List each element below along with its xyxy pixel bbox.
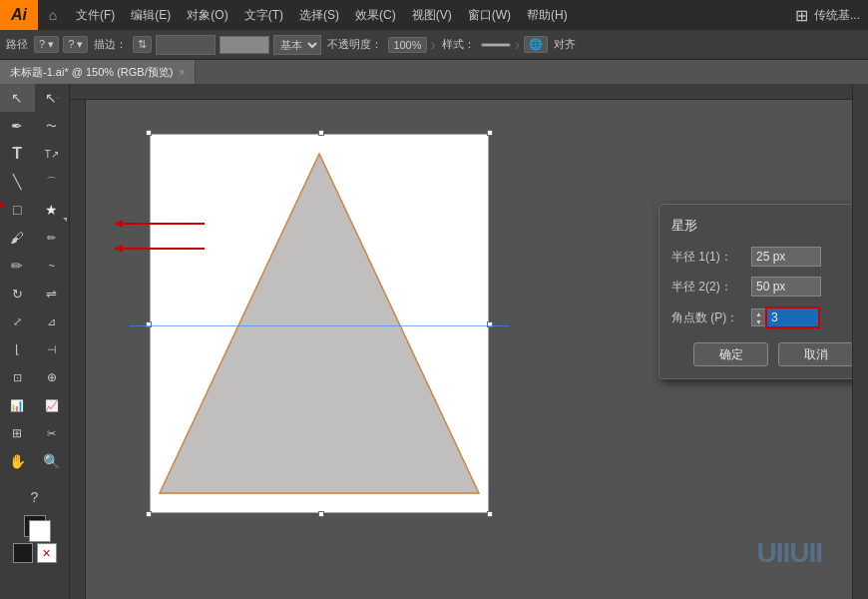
opacity-label: 不透明度：: [325, 37, 384, 52]
tab-close-btn[interactable]: ×: [179, 67, 185, 78]
path-label: 路径: [4, 37, 30, 52]
globe-btn[interactable]: 🌐: [524, 36, 548, 53]
ruler-left: [70, 100, 86, 599]
canvas-area[interactable]: 星形 半径 1(1)： 半径 2(2)： 角点数 (P)： ▲ ▼ 确定 取消: [70, 84, 852, 599]
sel-handle-tr[interactable]: [487, 130, 493, 136]
points-input[interactable]: [765, 306, 820, 328]
fill-box[interactable]: [13, 543, 33, 563]
right-panel: [852, 84, 868, 599]
menu-view[interactable]: 视图(V): [404, 0, 460, 30]
star-tool[interactable]: ★: [35, 196, 70, 224]
tab-bar: 未标题-1.ai* @ 150% (RGB/预览) ×: [0, 60, 868, 84]
line-tool[interactable]: ╲: [0, 168, 35, 196]
radius2-label: 半径 2(2)：: [671, 279, 751, 296]
hand-tool[interactable]: ✋: [0, 447, 35, 475]
sel-handle-bc[interactable]: [318, 511, 324, 517]
menu-file[interactable]: 文件(F): [68, 0, 123, 30]
slice-tool[interactable]: ✂: [35, 419, 70, 447]
left-toolbar: ↖ ↖· ✒ 〜 T T↗ ╲ ⌒ □ ★ 🖌 ✏: [0, 84, 70, 599]
path-btn2[interactable]: ? ▾: [63, 36, 88, 53]
stroke-label: 描边：: [92, 37, 129, 52]
sel-handle-ml[interactable]: [146, 321, 152, 327]
radius2-input[interactable]: [751, 277, 821, 297]
zoom-tool[interactable]: 🔍: [35, 447, 70, 475]
spinner-down[interactable]: ▼: [752, 317, 765, 325]
dialog-buttons: 确定 取消: [671, 342, 852, 366]
sel-handle-mr[interactable]: [487, 321, 493, 327]
no-fill-box[interactable]: ×: [37, 543, 57, 563]
artboard-tool[interactable]: ⊞: [0, 419, 35, 447]
stroke-select[interactable]: [156, 35, 216, 55]
column-graph-tool[interactable]: 📈: [35, 391, 70, 419]
center-guide-line: [130, 325, 509, 326]
width-tool[interactable]: ⊣: [35, 335, 70, 363]
paintbrush-tool[interactable]: 🖌: [0, 224, 35, 252]
sel-handle-br[interactable]: [487, 511, 493, 517]
sel-handle-tl[interactable]: [146, 130, 152, 136]
grid-icon[interactable]: ⊞: [795, 6, 808, 25]
basic-select[interactable]: 基本: [273, 35, 321, 55]
points-spinner[interactable]: ▲ ▼: [751, 308, 765, 326]
ruler-top: [70, 84, 852, 100]
menu-select[interactable]: 选择(S): [291, 0, 347, 30]
document-tab[interactable]: 未标题-1.ai* @ 150% (RGB/预览) ×: [0, 60, 196, 84]
scale-tool[interactable]: ⤢: [0, 307, 35, 335]
pencil-tool[interactable]: ✏: [0, 252, 35, 280]
color-box[interactable]: [219, 36, 269, 54]
radius1-label: 半径 1(1)：: [671, 249, 751, 266]
menu-object[interactable]: 对象(O): [179, 0, 235, 30]
menu-right-area: ⊞ 传统基...: [795, 6, 868, 25]
pen-tool[interactable]: ✒: [0, 112, 35, 140]
shape-builder-tool[interactable]: ⊕: [35, 363, 70, 391]
type-tool[interactable]: T: [0, 140, 35, 168]
touch-type-tool[interactable]: T↗: [35, 140, 70, 168]
points-row: 角点数 (P)： ▲ ▼: [671, 306, 852, 328]
menu-effect[interactable]: 效果(C): [347, 0, 404, 30]
blob-brush-tool[interactable]: ✏: [35, 224, 70, 252]
sel-handle-bl[interactable]: [146, 511, 152, 517]
menu-bar: Ai ⌂ 文件(F) 编辑(E) 对象(O) 文字(T) 选择(S) 效果(C)…: [0, 0, 868, 30]
radius1-row: 半径 1(1)：: [671, 247, 852, 267]
star-dialog: 星形 半径 1(1)： 半径 2(2)： 角点数 (P)： ▲ ▼ 确定 取消: [658, 204, 852, 379]
smooth-tool[interactable]: ~: [35, 252, 70, 280]
home-icon[interactable]: ⌂: [38, 0, 68, 30]
ok-button[interactable]: 确定: [693, 342, 768, 366]
curvature-tool[interactable]: 〜: [35, 112, 70, 140]
style-label: 样式：: [440, 37, 477, 52]
warp-tool[interactable]: ⌊: [0, 335, 35, 363]
title-right: 传统基...: [814, 7, 860, 24]
menu-window[interactable]: 窗口(W): [460, 0, 519, 30]
arc-tool[interactable]: ⌒: [35, 168, 70, 196]
ai-logo: Ai: [0, 0, 38, 30]
star-dialog-title: 星形: [671, 217, 852, 235]
rotate-tool[interactable]: ↻: [0, 280, 35, 307]
menu-edit[interactable]: 编辑(E): [123, 0, 179, 30]
spinner-up[interactable]: ▲: [752, 309, 765, 317]
direct-select-tool[interactable]: ↖·: [35, 84, 70, 112]
graph-tool[interactable]: 📊: [0, 391, 35, 419]
selection-border: [150, 134, 489, 513]
menu-type[interactable]: 文字(T): [236, 0, 291, 30]
style-box[interactable]: [481, 43, 511, 47]
sel-handle-tc[interactable]: [318, 130, 324, 136]
path-btn1[interactable]: ? ▾: [34, 36, 59, 53]
radius1-input[interactable]: [751, 247, 821, 267]
menu-help[interactable]: 帮助(H): [519, 0, 576, 30]
rect-tool[interactable]: □: [0, 196, 35, 224]
stroke-spinners[interactable]: ⇅: [133, 36, 152, 53]
select-tool[interactable]: ↖: [0, 84, 35, 112]
opacity-value[interactable]: 100%: [388, 37, 426, 53]
svg-marker-5: [115, 245, 123, 253]
options-toolbar: 路径 ? ▾ ? ▾ 描边： ⇅ 基本 不透明度： 100% › 样式： › 🌐…: [0, 30, 868, 60]
cancel-button[interactable]: 取消: [778, 342, 852, 366]
question-tool[interactable]: ?: [17, 483, 52, 511]
watermark: UIIUII: [756, 537, 822, 569]
tab-title: 未标题-1.ai* @ 150% (RGB/预览): [10, 65, 173, 80]
points-label: 角点数 (P)：: [671, 309, 751, 326]
svg-marker-3: [115, 220, 123, 228]
free-transform-tool[interactable]: ⊡: [0, 363, 35, 391]
fill-color[interactable]: [24, 515, 46, 537]
reflect-tool[interactable]: ⇌: [35, 280, 70, 307]
shear-tool[interactable]: ⊿: [35, 307, 70, 335]
align-label: 对齐: [552, 37, 578, 52]
